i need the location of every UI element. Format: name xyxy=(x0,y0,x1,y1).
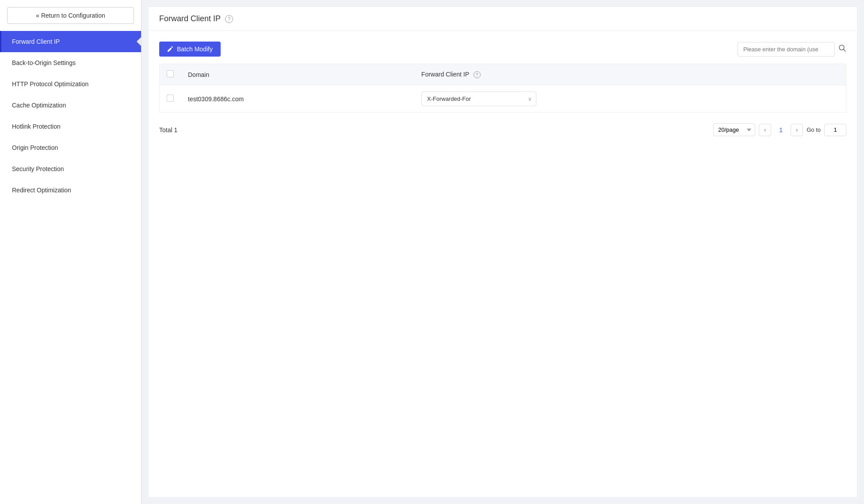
select-all-header xyxy=(160,64,181,85)
sidebar-item-security-protection[interactable]: Security Protection xyxy=(0,158,141,179)
pagination: 20/page50/page100/page ‹ 1 › Go to xyxy=(713,123,846,136)
forward-ip-select-wrapper: X-Forwarded-ForTrue-Client-IPDisabled∨ xyxy=(421,92,536,106)
sidebar-item-cache-optimization[interactable]: Cache Optimization xyxy=(0,95,141,116)
sidebar: « Return to Configuration Forward Client… xyxy=(0,0,141,504)
forward-ip-help-icon[interactable]: ? xyxy=(474,71,481,78)
search-icon xyxy=(838,44,846,52)
batch-modify-label: Batch Modify xyxy=(177,46,213,53)
forward-ip-column-header: Forward Client IP ? xyxy=(414,64,846,85)
goto-label: Go to xyxy=(807,126,821,133)
sidebar-nav: Forward Client IPBack-to-Origin Settings… xyxy=(0,31,141,201)
search-area xyxy=(738,42,846,57)
row-checkbox[interactable] xyxy=(167,95,174,102)
search-input[interactable] xyxy=(738,42,835,57)
content-panel: Batch Modify Domain xyxy=(149,31,857,497)
total-label: Total 1 xyxy=(159,126,177,134)
table-body: test0309.8686c.comX-Forwarded-ForTrue-Cl… xyxy=(160,85,846,113)
domain-cell: test0309.8686c.com xyxy=(181,85,414,113)
page-title: Forward Client IP xyxy=(159,14,221,23)
page-size-select[interactable]: 20/page50/page100/page xyxy=(713,123,755,136)
table-footer: Total 1 20/page50/page100/page ‹ 1 › Go … xyxy=(159,120,846,136)
next-page-button[interactable]: › xyxy=(791,124,803,136)
current-page: 1 xyxy=(775,124,787,136)
sidebar-item-hotlink-protection[interactable]: Hotlink Protection xyxy=(0,116,141,137)
table-header-row: Domain Forward Client IP ? xyxy=(160,64,846,85)
table-header: Domain Forward Client IP ? xyxy=(160,64,846,85)
main-content: Forward Client IP ? Batch Modify xyxy=(141,0,864,504)
sidebar-item-back-to-origin-settings[interactable]: Back-to-Origin Settings xyxy=(0,52,141,73)
help-icon[interactable]: ? xyxy=(225,15,233,23)
sidebar-item-redirect-optimization[interactable]: Redirect Optimization xyxy=(0,179,141,201)
edit-icon xyxy=(167,46,173,52)
sidebar-item-forward-client-ip[interactable]: Forward Client IP xyxy=(0,31,141,52)
row-checkbox-cell xyxy=(160,85,181,113)
data-table: Domain Forward Client IP ? test0309.8686… xyxy=(159,64,846,113)
svg-line-1 xyxy=(844,50,846,52)
toolbar: Batch Modify xyxy=(159,42,846,57)
select-all-checkbox[interactable] xyxy=(167,70,174,77)
sidebar-item-origin-protection[interactable]: Origin Protection xyxy=(0,137,141,158)
forward-ip-cell: X-Forwarded-ForTrue-Client-IPDisabled∨ xyxy=(414,85,846,113)
return-button[interactable]: « Return to Configuration xyxy=(7,7,134,24)
forward-ip-select[interactable]: X-Forwarded-ForTrue-Client-IPDisabled xyxy=(421,92,536,106)
goto-input[interactable] xyxy=(824,124,846,136)
batch-modify-button[interactable]: Batch Modify xyxy=(159,42,221,57)
page-header: Forward Client IP ? xyxy=(149,7,857,31)
sidebar-item-http-protocol-optimization[interactable]: HTTP Protocol Optimization xyxy=(0,73,141,95)
domain-column-header: Domain xyxy=(181,64,414,85)
table-row: test0309.8686c.comX-Forwarded-ForTrue-Cl… xyxy=(160,85,846,113)
prev-page-button[interactable]: ‹ xyxy=(759,124,771,136)
search-button[interactable] xyxy=(838,44,846,54)
